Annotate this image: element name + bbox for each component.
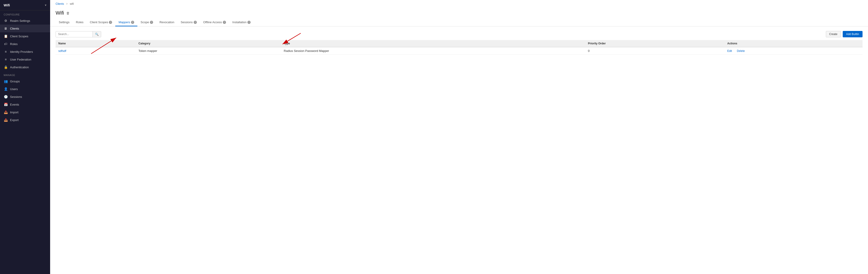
- tab-settings[interactable]: Settings: [56, 19, 73, 26]
- sidebar-item-groups[interactable]: 👥 Groups: [0, 77, 50, 85]
- manage-section-label: Manage: [0, 71, 50, 77]
- tab-sessions[interactable]: Sessions ?: [178, 19, 200, 26]
- authentication-icon: 🔒: [4, 65, 8, 69]
- sidebar-item-label: Realm Settings: [10, 19, 30, 23]
- tab-installation[interactable]: Installation ?: [229, 19, 254, 26]
- help-icon: ?: [223, 21, 226, 24]
- groups-icon: 👥: [4, 79, 8, 83]
- sidebar-item-label: Authentication: [10, 66, 29, 69]
- cell-type: Radius Session Password Mapper: [281, 47, 585, 55]
- help-icon: ?: [109, 21, 112, 24]
- sidebar-item-label: Import: [10, 111, 19, 114]
- sidebar-item-label: Identity Providers: [10, 50, 33, 54]
- sidebar-item-label: Roles: [10, 42, 18, 46]
- tab-offline-access[interactable]: Offline Access ?: [200, 19, 229, 26]
- breadcrumb-separator: >: [66, 2, 68, 5]
- client-scopes-icon: 📋: [4, 34, 8, 38]
- sidebar-item-label: Events: [10, 103, 19, 106]
- tab-mappers[interactable]: Mappers ?: [115, 19, 137, 26]
- help-icon: ?: [194, 21, 197, 24]
- add-builtin-button[interactable]: Add Builtin: [843, 31, 863, 37]
- user-federation-icon: ≡: [4, 58, 8, 61]
- col-type: Type: [281, 40, 585, 47]
- tabs-bar: Settings Roles Client Scopes ? Mappers ?…: [50, 16, 868, 26]
- col-category: Category: [136, 40, 281, 47]
- sidebar-item-label: Client Scopes: [10, 35, 28, 38]
- main-content: Clients > wifi Wifi 🗑 Settings Roles Cli…: [50, 0, 868, 274]
- sidebar-item-identity-providers[interactable]: ≡ Identity Providers: [0, 48, 50, 56]
- cell-priority: 0: [585, 47, 725, 55]
- sidebar-item-import[interactable]: 📥 Import: [0, 108, 50, 116]
- annotation-arrows: [50, 26, 868, 274]
- search-wrap: 🔍: [56, 31, 101, 37]
- sidebar-item-label: Export: [10, 118, 19, 122]
- events-icon: 📅: [4, 103, 8, 106]
- breadcrumb: Clients > wifi: [50, 0, 868, 8]
- search-input[interactable]: [56, 31, 93, 37]
- sidebar-item-label: Clients: [10, 27, 19, 30]
- identity-providers-icon: ≡: [4, 50, 8, 54]
- sidebar-item-export[interactable]: 📤 Export: [0, 116, 50, 124]
- sidebar-item-realm-settings[interactable]: ⚙ Realm Settings: [0, 17, 50, 25]
- tab-revocation[interactable]: Revocation: [156, 19, 178, 26]
- cell-actions: Edit Delete: [724, 47, 863, 55]
- toolbar-actions: Create Add Builtin: [826, 31, 863, 37]
- sidebar-item-client-scopes[interactable]: 📋 Client Scopes: [0, 32, 50, 40]
- page-header: Wifi 🗑: [50, 8, 868, 16]
- col-actions: Actions: [724, 40, 863, 47]
- search-button[interactable]: 🔍: [93, 31, 101, 37]
- configure-section-label: Configure: [0, 10, 50, 17]
- cell-name: sdfsdf: [56, 47, 136, 55]
- users-icon: 👤: [4, 87, 8, 91]
- sidebar-item-sessions[interactable]: 🕐 Sessions: [0, 93, 50, 101]
- breadcrumb-current: wifi: [70, 2, 73, 5]
- tab-roles[interactable]: Roles: [73, 19, 87, 26]
- toolbar: 🔍 Create Add Builtin: [56, 31, 863, 37]
- chevron-down-icon: ∨: [45, 4, 46, 7]
- tab-scope[interactable]: Scope ?: [137, 19, 156, 26]
- sidebar-item-label: Groups: [10, 80, 20, 83]
- clients-icon: 🖥: [4, 27, 8, 30]
- table-header-row: Name Category Type Priority Order Action…: [56, 40, 863, 47]
- sidebar-item-users[interactable]: 👤 Users: [0, 85, 50, 93]
- sidebar-item-authentication[interactable]: 🔒 Authentication: [0, 63, 50, 71]
- mapper-name-link[interactable]: sdfsdf: [58, 49, 66, 53]
- help-icon: ?: [247, 21, 251, 24]
- sidebar-item-label: Users: [10, 88, 18, 91]
- content-area: 🔍 Create Add Builtin Name Category Type …: [50, 26, 868, 274]
- sidebar-item-label: User Federation: [10, 58, 31, 61]
- sidebar-item-roles[interactable]: 🏷 Roles: [0, 40, 50, 48]
- roles-icon: 🏷: [4, 42, 8, 46]
- sidebar-item-events[interactable]: 📅 Events: [0, 101, 50, 108]
- create-button[interactable]: Create: [826, 31, 841, 37]
- realm-settings-icon: ⚙: [4, 19, 8, 23]
- col-name: Name: [56, 40, 136, 47]
- sidebar-item-user-federation[interactable]: ≡ User Federation: [0, 56, 50, 63]
- help-icon: ?: [131, 21, 134, 24]
- tab-client-scopes[interactable]: Client Scopes ?: [87, 19, 115, 26]
- sidebar-header[interactable]: Wifi ∨: [0, 0, 50, 10]
- sidebar: Wifi ∨ Configure ⚙ Realm Settings 🖥 Clie…: [0, 0, 50, 274]
- edit-link[interactable]: Edit: [727, 49, 732, 53]
- sidebar-item-label: Sessions: [10, 95, 22, 99]
- sessions-icon: 🕐: [4, 95, 8, 99]
- export-icon: 📤: [4, 118, 8, 122]
- trash-icon[interactable]: 🗑: [66, 11, 70, 15]
- help-icon: ?: [150, 21, 153, 24]
- table-row: sdfsdf Token mapper Radius Session Passw…: [56, 47, 863, 55]
- cell-category: Token mapper: [136, 47, 281, 55]
- page-title: Wifi: [56, 10, 64, 16]
- col-priority: Priority Order: [585, 40, 725, 47]
- breadcrumb-parent[interactable]: Clients: [56, 2, 64, 5]
- import-icon: 📥: [4, 110, 8, 114]
- mappers-table: Name Category Type Priority Order Action…: [56, 40, 863, 55]
- app-name: Wifi: [4, 3, 10, 7]
- delete-link[interactable]: Delete: [737, 49, 745, 53]
- sidebar-item-clients[interactable]: 🖥 Clients: [0, 25, 50, 32]
